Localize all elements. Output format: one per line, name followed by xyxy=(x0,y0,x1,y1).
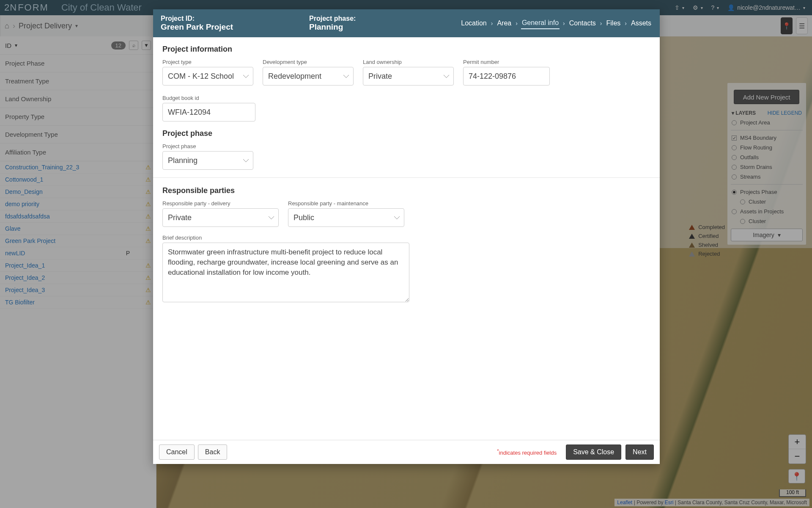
app-root: 2NFORM City of Clean Water ⇧ ▾ ⚙ ▾ ? ▾ 👤… xyxy=(0,0,812,508)
modal-tabs: Location› Area› General info› Contacts› … xyxy=(460,17,652,29)
section-responsible: Responsible parties xyxy=(162,186,650,195)
lbl-resp-maintenance: Responsible party - maintenance xyxy=(288,200,404,207)
lbl-project-phase: Project phase xyxy=(162,143,253,149)
modal-footer: Cancel Back *indicates required fields S… xyxy=(153,440,660,464)
chevron-right-icon: › xyxy=(490,20,494,27)
budget-book-input[interactable] xyxy=(162,103,255,121)
chevron-right-icon: › xyxy=(562,20,566,27)
development-type-select[interactable]: Redevelopment xyxy=(263,67,354,86)
modal-body: Project information Project type COM - K… xyxy=(153,37,660,440)
modal-phase-value: Planning xyxy=(309,22,356,32)
chevron-right-icon: › xyxy=(599,20,603,27)
tab-area[interactable]: Area xyxy=(496,18,512,29)
tab-location[interactable]: Location xyxy=(460,18,488,29)
lbl-budget-book: Budget book id xyxy=(162,95,255,101)
lbl-land-ownership: Land ownership xyxy=(363,59,454,65)
modal-titlebar: Project ID: Green Park Project Project p… xyxy=(153,9,660,37)
tab-general-info[interactable]: General info xyxy=(521,17,560,29)
permit-number-input[interactable] xyxy=(463,67,550,86)
chevron-right-icon: › xyxy=(515,20,518,27)
modal-title-label: Project ID: xyxy=(161,14,233,22)
lbl-development-type: Development type xyxy=(263,59,354,65)
modal-title-col: Project ID: Green Park Project xyxy=(161,14,233,32)
save-close-button[interactable]: Save & Close xyxy=(566,444,621,460)
resp-maintenance-select[interactable]: Public xyxy=(288,208,404,227)
project-phase-select[interactable]: Planning xyxy=(162,151,253,170)
tab-files[interactable]: Files xyxy=(606,18,622,29)
modal-title-value: Green Park Project xyxy=(161,22,233,32)
brief-description-textarea[interactable] xyxy=(162,243,409,302)
lbl-resp-delivery: Responsible party - delivery xyxy=(162,200,279,207)
required-note: *indicates required fields xyxy=(497,448,557,456)
tab-assets[interactable]: Assets xyxy=(630,18,652,29)
tab-contacts[interactable]: Contacts xyxy=(568,18,597,29)
lbl-brief-description: Brief description xyxy=(162,235,409,241)
modal-phase-col: Project phase: Planning xyxy=(309,14,356,32)
lbl-project-type: Project type xyxy=(162,59,253,65)
next-button[interactable]: Next xyxy=(625,444,654,460)
resp-delivery-select[interactable]: Private xyxy=(162,208,279,227)
lbl-permit-number: Permit number xyxy=(463,59,550,65)
chevron-right-icon: › xyxy=(624,20,628,27)
section-project-info: Project information xyxy=(162,45,650,54)
cancel-button[interactable]: Cancel xyxy=(159,444,195,460)
back-button[interactable]: Back xyxy=(198,444,228,460)
land-ownership-select[interactable]: Private xyxy=(363,67,454,86)
project-type-select[interactable]: COM - K-12 School xyxy=(162,67,253,86)
section-project-phase: Project phase xyxy=(162,129,650,138)
divider xyxy=(153,177,660,178)
project-modal: Project ID: Green Park Project Project p… xyxy=(153,9,660,464)
modal-phase-label: Project phase: xyxy=(309,14,356,22)
